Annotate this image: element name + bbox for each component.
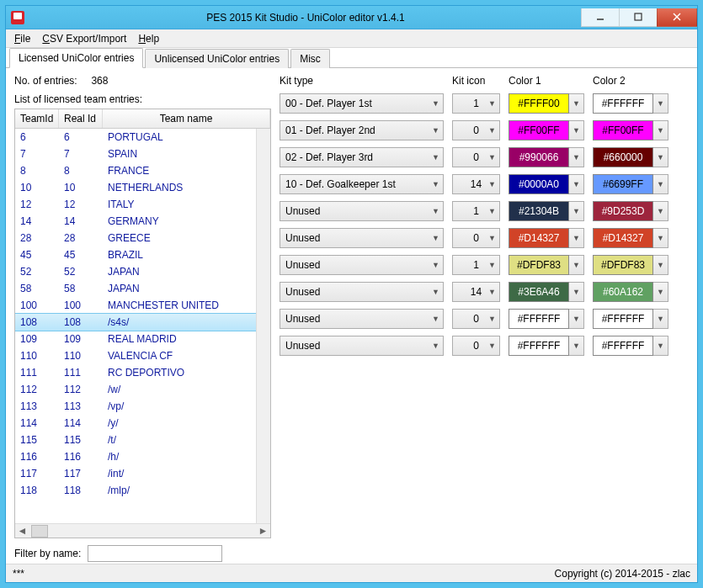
color2-dropdown[interactable]: ▼ (653, 147, 668, 167)
table-row[interactable]: 66PORTUGAL (15, 129, 256, 146)
color1-dropdown[interactable]: ▼ (569, 309, 584, 329)
table-row[interactable]: 116116/h/ (15, 448, 256, 465)
color1-button[interactable]: #FFFFFF (509, 336, 569, 356)
color2-dropdown[interactable]: ▼ (653, 120, 668, 140)
color2-button[interactable]: #FFFFFF (593, 93, 653, 114)
close-button[interactable] (657, 8, 697, 27)
horizontal-scrollbar[interactable]: ◄ ► (15, 523, 270, 538)
kit-type-combo[interactable]: 01 - Def. Player 2nd▼ (280, 120, 444, 140)
filter-input[interactable] (88, 545, 222, 562)
color2-button[interactable]: #60A162 (593, 282, 653, 302)
color2-button[interactable]: #FFFFFF (593, 336, 653, 356)
color1-dropdown[interactable]: ▼ (569, 93, 584, 114)
minimize-button[interactable] (581, 8, 620, 27)
color1-button[interactable]: #0000A0 (509, 174, 569, 194)
color1-button[interactable]: #D14327 (509, 228, 569, 248)
color1-dropdown[interactable]: ▼ (569, 282, 584, 302)
col-teamid[interactable]: TeamId (15, 109, 59, 128)
col-realid[interactable]: Real Id (59, 109, 103, 128)
kit-icon-combo[interactable]: 0▼ (452, 147, 500, 167)
table-row[interactable]: 114114/y/ (15, 415, 256, 432)
tab-misc[interactable]: Misc (290, 49, 330, 68)
scroll-right-icon[interactable]: ► (256, 525, 270, 538)
table-row[interactable]: 2828GREECE (15, 230, 256, 246)
color2-dropdown[interactable]: ▼ (653, 336, 668, 356)
table-row[interactable]: 108108/s4s/ (15, 313, 256, 331)
color2-dropdown[interactable]: ▼ (653, 282, 668, 302)
table-row[interactable]: 118118/mlp/ (15, 482, 256, 499)
kit-icon-combo[interactable]: 0▼ (452, 309, 500, 329)
kit-icon-combo[interactable]: 1▼ (452, 255, 500, 275)
table-row[interactable]: 1010NETHERLANDS (15, 179, 256, 196)
color2-dropdown[interactable]: ▼ (653, 93, 668, 114)
kit-icon-combo[interactable]: 0▼ (452, 120, 500, 140)
color1-dropdown[interactable]: ▼ (569, 174, 584, 194)
kit-icon-combo[interactable]: 1▼ (452, 93, 500, 114)
tab-licensed[interactable]: Licensed UniColor entries (9, 48, 143, 68)
kit-type-combo[interactable]: Unused▼ (280, 282, 444, 302)
color2-dropdown[interactable]: ▼ (653, 228, 668, 248)
kit-type-combo[interactable]: 10 - Def. Goalkeeper 1st▼ (280, 174, 444, 194)
color1-dropdown[interactable]: ▼ (569, 255, 584, 275)
table-row[interactable]: 117117/int/ (15, 465, 256, 482)
table-row[interactable]: 111111RC DEPORTIVO (15, 364, 256, 381)
color1-dropdown[interactable]: ▼ (569, 147, 584, 167)
color2-button[interactable]: #FF00FF (593, 120, 653, 140)
menu-csv[interactable]: CSV Export/Import (37, 31, 131, 46)
table-row[interactable]: 5252JAPAN (15, 263, 256, 280)
kit-icon-combo[interactable]: 1▼ (452, 201, 500, 221)
color1-dropdown[interactable]: ▼ (569, 120, 584, 140)
color1-dropdown[interactable]: ▼ (569, 201, 584, 221)
kit-type-combo[interactable]: 00 - Def. Player 1st▼ (280, 93, 444, 114)
color2-dropdown[interactable]: ▼ (653, 255, 668, 275)
kit-type-combo[interactable]: 02 - Def. Player 3rd▼ (280, 147, 444, 167)
kit-icon-combo[interactable]: 0▼ (452, 336, 500, 356)
kit-icon-combo[interactable]: 14▼ (452, 174, 500, 194)
color1-dropdown[interactable]: ▼ (569, 336, 584, 356)
kit-type-combo[interactable]: Unused▼ (280, 336, 444, 356)
color2-dropdown[interactable]: ▼ (653, 201, 668, 221)
kit-type-combo[interactable]: Unused▼ (280, 201, 444, 221)
table-row[interactable]: 100100MANCHESTER UNITED (15, 297, 256, 314)
color1-button[interactable]: #FFFFFF (509, 309, 569, 329)
menu-help[interactable]: Help (133, 31, 164, 46)
kit-type-combo[interactable]: Unused▼ (280, 255, 444, 275)
table-row[interactable]: 1414GERMANY (15, 213, 256, 230)
color1-button[interactable]: #990066 (509, 147, 569, 167)
color1-dropdown[interactable]: ▼ (569, 228, 584, 248)
scroll-thumb[interactable] (31, 525, 48, 538)
col-teamname[interactable]: Team name (103, 109, 270, 128)
scroll-left-icon[interactable]: ◄ (15, 525, 29, 538)
table-row[interactable]: 109109REAL MADRID (15, 331, 256, 347)
tab-unlicensed[interactable]: Unlicensed UniColor entries (145, 49, 289, 68)
table-row[interactable]: 112112/w/ (15, 381, 256, 398)
color1-button[interactable]: #FFFF00 (509, 93, 569, 114)
maximize-button[interactable] (619, 8, 658, 27)
table-row[interactable]: 4545BRAZIL (15, 246, 256, 263)
kit-type-combo[interactable]: Unused▼ (280, 228, 444, 248)
color1-button[interactable]: #FF00FF (509, 120, 569, 140)
table-row[interactable]: 5858JAPAN (15, 280, 256, 297)
table-row[interactable]: 88FRANCE (15, 162, 256, 179)
kit-type-combo[interactable]: Unused▼ (280, 309, 444, 329)
table-body[interactable]: 66PORTUGAL77SPAIN88FRANCE1010NETHERLANDS… (15, 129, 256, 523)
color2-button[interactable]: #9D253D (593, 201, 653, 221)
color2-button[interactable]: #FFFFFF (593, 309, 653, 329)
color1-button[interactable]: #3E6A46 (509, 282, 569, 302)
color2-button[interactable]: #DFDF83 (593, 255, 653, 275)
color2-dropdown[interactable]: ▼ (653, 174, 668, 194)
table-row[interactable]: 110110VALENCIA CF (15, 347, 256, 364)
kit-icon-combo[interactable]: 0▼ (452, 228, 500, 248)
color2-button[interactable]: #660000 (593, 147, 653, 167)
color2-button[interactable]: #6699FF (593, 174, 653, 194)
titlebar[interactable]: PES 2015 Kit Studio - UniColor editor v1… (6, 6, 697, 29)
menu-file[interactable]: File (9, 31, 35, 46)
vertical-scrollbar[interactable] (256, 129, 270, 523)
kit-icon-combo[interactable]: 14▼ (452, 282, 500, 302)
table-row[interactable]: 1212ITALY (15, 196, 256, 213)
color2-dropdown[interactable]: ▼ (653, 309, 668, 329)
color1-button[interactable]: #21304B (509, 201, 569, 221)
table-row[interactable]: 77SPAIN (15, 146, 256, 162)
color1-button[interactable]: #DFDF83 (509, 255, 569, 275)
color2-button[interactable]: #D14327 (593, 228, 653, 248)
